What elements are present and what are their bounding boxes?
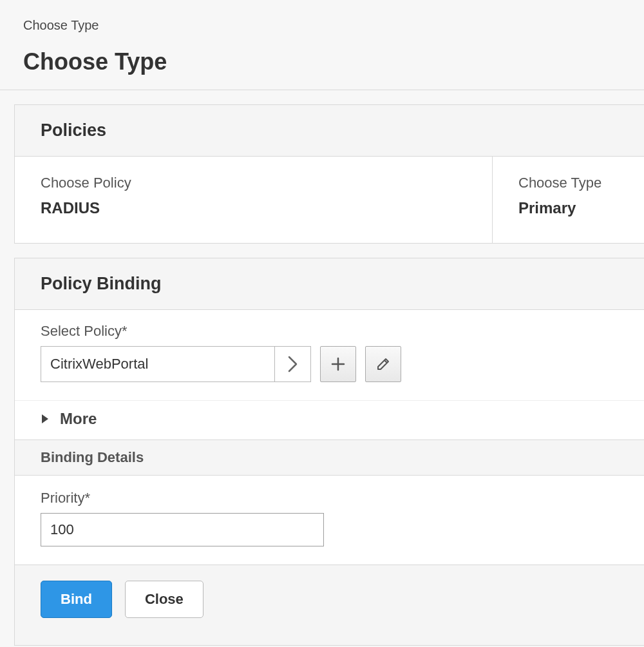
choose-type-label: Choose Type xyxy=(518,175,618,191)
bind-button[interactable]: Bind xyxy=(41,581,112,618)
select-policy-label: Select Policy* xyxy=(41,323,618,340)
breadcrumb: Choose Type xyxy=(23,18,621,33)
caret-right-icon xyxy=(41,413,50,425)
choose-policy-cell[interactable]: Choose Policy RADIUS xyxy=(15,157,493,243)
add-policy-button[interactable] xyxy=(320,346,356,382)
policies-panel: Policies Choose Policy RADIUS Choose Typ… xyxy=(14,104,644,244)
edit-policy-button[interactable] xyxy=(365,346,401,382)
choose-policy-label: Choose Policy xyxy=(41,175,466,191)
more-toggle[interactable]: More xyxy=(15,400,644,439)
choose-type-value: Primary xyxy=(518,199,618,217)
more-label: More xyxy=(60,410,97,428)
plus-icon xyxy=(331,357,345,371)
close-button[interactable]: Close xyxy=(125,581,204,618)
pencil-icon xyxy=(376,357,390,371)
select-policy-input[interactable] xyxy=(41,347,274,381)
binding-details-header: Binding Details xyxy=(15,439,644,476)
choose-type-cell[interactable]: Choose Type Primary xyxy=(493,157,644,243)
policies-header: Policies xyxy=(15,105,644,157)
chevron-right-icon xyxy=(287,355,299,373)
priority-label: Priority* xyxy=(41,490,618,507)
policy-binding-panel: Policy Binding Select Policy* xyxy=(14,258,644,646)
choose-policy-value: RADIUS xyxy=(41,199,466,217)
policy-binding-header: Policy Binding xyxy=(15,258,644,310)
select-policy-browse-button[interactable] xyxy=(274,347,310,381)
priority-input[interactable] xyxy=(41,513,324,546)
page-title: Choose Type xyxy=(23,48,621,75)
